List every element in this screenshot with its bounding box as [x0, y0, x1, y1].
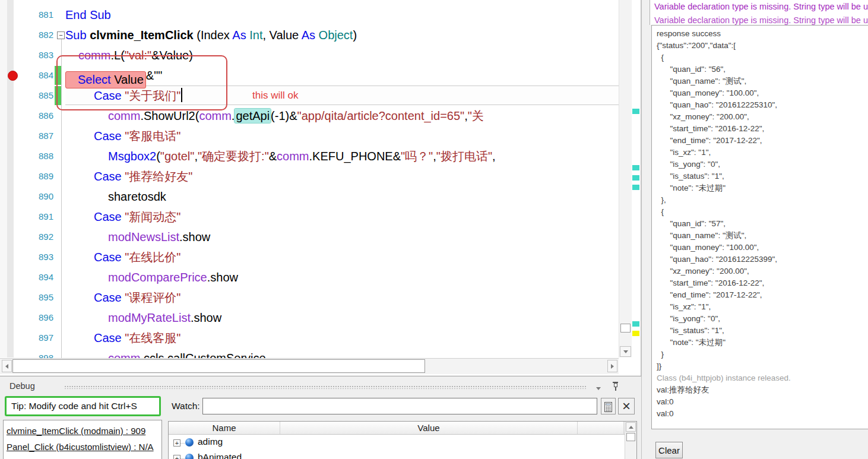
expand-icon[interactable]: +: [173, 439, 180, 447]
warning-message: Variable declaration type is missing. St…: [654, 15, 868, 25]
code-line-content: Case "在线客服": [65, 331, 180, 344]
watch-scrollbar-thumb[interactable]: [626, 433, 635, 441]
code-token: Case: [94, 170, 125, 183]
expand-icon[interactable]: +: [173, 455, 180, 459]
code-line[interactable]: Case "客服电话": [65, 126, 619, 146]
log-line: "is_yong": "0",: [657, 159, 868, 170]
scroll-right-button[interactable]: [607, 360, 617, 372]
debug-panel-title: Debug: [9, 381, 35, 391]
line-number: 881: [17, 5, 53, 25]
code-token: Case: [94, 129, 125, 143]
code-token: comm: [277, 150, 309, 163]
clear-logs-button[interactable]: Clear: [655, 442, 683, 458]
log-line: "is_yong": "0",: [657, 313, 868, 325]
code-line-content: Case "关于我们": [65, 89, 182, 102]
line-number: 894: [17, 267, 53, 287]
breakpoint-dot[interactable]: [8, 71, 18, 81]
close-icon[interactable]: ×: [618, 398, 635, 414]
log-line: "quan_money": "100.00",: [657, 87, 868, 99]
scroll-left-button[interactable]: [2, 360, 12, 372]
code-line[interactable]: modComparePrice.show: [65, 267, 619, 287]
code-token: "在线客服": [125, 331, 180, 344]
log-line: "quan_money": "100.00",: [657, 242, 868, 254]
vertical-scrollbar-thumb[interactable]: [620, 324, 631, 333]
breakpoint-margin[interactable]: [0, 0, 7, 357]
code-line-content: modMyRateList.show: [65, 311, 221, 324]
code-token: (Index: [197, 29, 232, 42]
log-line: "end_time": "2017-12-22",: [657, 135, 868, 147]
code-line-content: Case "推荐给好友": [65, 170, 192, 183]
code-line-content: Msgbox2("gotel","确定要拨打:"&comm.KEFU_PHONE…: [65, 150, 496, 163]
code-line[interactable]: Case "在线客服": [65, 328, 619, 348]
call-stack-entry[interactable]: Panel_Click (b4icustomlistview) : N/A: [7, 439, 161, 455]
watch-input[interactable]: [202, 398, 597, 414]
line-number: 896: [17, 308, 53, 328]
code-token: Case: [94, 89, 125, 102]
code-token: "关于我们": [125, 89, 180, 102]
panel-menu-button[interactable]: [595, 384, 602, 391]
code-token: modMyRateList: [108, 311, 191, 324]
code-token: , Value: [262, 29, 301, 42]
code-line[interactable]: Case "在线比价": [65, 247, 619, 267]
line-number-gutter: 8818828838848858868878888898908918928938…: [17, 5, 53, 368]
column-header-name[interactable]: Name: [169, 422, 280, 434]
bookmark-margin[interactable]: [7, 0, 14, 357]
table-row[interactable]: +bAnimated: [169, 451, 625, 459]
code-line[interactable]: Case "课程评价": [65, 287, 619, 308]
code-token: .show: [191, 311, 221, 324]
code-line-content: End Sub: [65, 8, 111, 21]
column-header-blank[interactable]: [578, 422, 624, 434]
evaluate-expression-button[interactable]: [601, 398, 616, 414]
code-token: "客服电话": [125, 129, 180, 143]
code-line-content: Select Value&"": [65, 69, 162, 82]
horizontal-scrollbar-thumb[interactable]: [12, 359, 425, 373]
log-line: "is_status": "1",: [657, 325, 868, 337]
code-line[interactable]: Msgbox2("gotel","确定要拨打:"&comm.KEFU_PHONE…: [65, 146, 619, 166]
code-line[interactable]: comm.ShowUrl2(comm.getApi(-1)&"app/qita/…: [65, 106, 619, 126]
code-line[interactable]: Case "新闻动态": [65, 207, 619, 227]
column-header-value[interactable]: Value: [280, 422, 578, 434]
code-token: "课程评价": [125, 291, 180, 304]
watch-table-scrollbar[interactable]: [625, 422, 636, 459]
scroll-marker-teal: [632, 321, 639, 327]
log-line: "note": "未过期": [657, 182, 868, 194]
code-token: As: [232, 29, 249, 42]
vertical-scrollbar-track[interactable]: [619, 0, 632, 357]
code-line[interactable]: Case "推荐给好友": [65, 166, 619, 186]
code-line[interactable]: comm.L("val:"&Value): [65, 45, 619, 65]
code-line[interactable]: End Sub: [65, 5, 619, 25]
log-line: "quan_name": "测试",: [657, 230, 868, 242]
scroll-marker-yellow: [632, 331, 639, 336]
code-line[interactable]: Select Value&"": [65, 65, 619, 86]
log-line: val:推荐给好友: [657, 384, 868, 396]
code-token: "app/qita/article?content_id=65": [297, 109, 465, 122]
code-line[interactable]: Sub clvmine_ItemClick (Index As Int, Val…: [65, 25, 619, 45]
code-token: "吗？": [401, 150, 433, 163]
code-text-area[interactable]: End SubSub clvmine_ItemClick (Index As I…: [65, 5, 619, 358]
log-line: "quan_id": "56",: [657, 64, 868, 75]
watch-table-header: NameValue: [169, 422, 625, 435]
code-token: (: [156, 150, 160, 163]
log-line: "is_xz": "1",: [657, 301, 868, 313]
log-line: "quan_hao": "201612225399",: [657, 254, 868, 265]
code-line[interactable]: Case "关于我们"this will ok: [65, 86, 619, 106]
code-line[interactable]: comm.ccls.callCustomService: [65, 348, 619, 358]
scroll-down-button[interactable]: [620, 346, 631, 357]
code-token: .L(: [110, 49, 124, 62]
log-line: val:0: [657, 408, 868, 420]
table-row[interactable]: +adimg: [169, 435, 625, 451]
logs-output[interactable]: response success{"status":"200","data":[…: [651, 25, 868, 429]
code-token: .ccls.callCustomService: [140, 352, 265, 358]
code-line[interactable]: modMyRateList.show: [65, 308, 619, 328]
warning-message: Variable declaration type is missing. St…: [654, 2, 868, 11]
scroll-up-button[interactable]: [626, 422, 636, 432]
debug-tip-box: Tip: Modify code and hit Ctrl+S: [5, 396, 161, 416]
changed-line-bar: [55, 86, 61, 105]
code-token: "在线比价": [125, 251, 180, 264]
call-stack-entry[interactable]: clvmine_ItemClick (modmain) : 909: [7, 423, 161, 439]
code-fold-toggle[interactable]: −: [57, 31, 65, 39]
pin-icon[interactable]: [612, 382, 619, 391]
code-line[interactable]: modNewsList.show: [65, 227, 619, 247]
code-line[interactable]: sharetosdk: [65, 186, 619, 207]
scroll-marker-teal: [632, 165, 639, 170]
